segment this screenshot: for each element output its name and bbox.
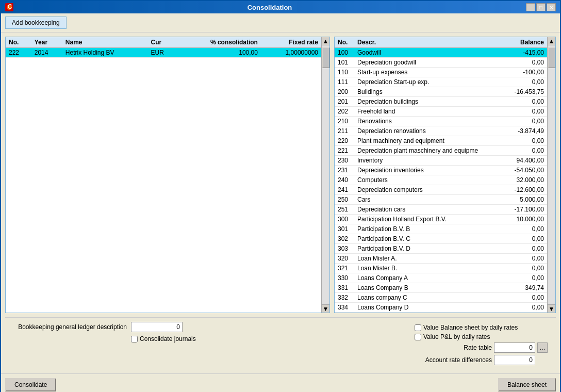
cell-no: 110 — [335, 68, 354, 77]
consolidate-journals-label: Consolidate journals — [140, 335, 196, 342]
cell-balance: 0,00 — [505, 117, 547, 126]
table-row[interactable]: 332Loans company C0,00 — [335, 293, 547, 303]
consolidate-journals-check-row: Consolidate journals — [131, 335, 196, 342]
cell-balance: 0,00 — [505, 58, 547, 68]
table-row[interactable]: 302Participation B.V. C0,00 — [335, 234, 547, 244]
cell-no: 320 — [335, 254, 354, 264]
add-bookkeeping-button[interactable]: Add bookkeeping — [5, 17, 67, 29]
table-row[interactable]: 111Depreciation Start-up exp.0,00 — [335, 77, 547, 87]
cell-no: 330 — [335, 273, 354, 283]
toolbar: Add bookkeeping — [1, 13, 560, 32]
cell-no: 211 — [335, 126, 354, 136]
left-table-scroll-area: No. Year Name Cur % consolidation Fixed … — [6, 37, 329, 313]
cell-balance: -3.874,49 — [505, 126, 547, 136]
value-balance-checkbox[interactable] — [415, 324, 421, 331]
scroll-thumb[interactable] — [548, 47, 555, 68]
cell-no: 301 — [335, 224, 354, 234]
cell-descr: Participation Holland Export B.V. — [354, 215, 505, 224]
cell-balance: 349,74 — [505, 283, 547, 293]
table-row[interactable]: 110Start-up expenses-100,00 — [335, 68, 547, 77]
table-row[interactable]: 211Depreciation renovations-3.874,49 — [335, 126, 547, 136]
cell-no: 331 — [335, 283, 354, 293]
cell-no: 230 — [335, 156, 354, 166]
right-form: Value Balance sheet by daily rates Value… — [415, 322, 548, 365]
scroll-down[interactable]: ▼ — [322, 304, 329, 313]
consolidate-button[interactable]: Consolidate — [5, 378, 56, 391]
account-rate-input[interactable] — [494, 355, 535, 365]
table-row[interactable]: 241Depreciation computers-12.600,00 — [335, 185, 547, 195]
table-row[interactable]: 201Depreciation buildings0,00 — [335, 97, 547, 107]
left-table: No. Year Name Cur % consolidation Fixed … — [6, 37, 321, 58]
right-table-header: No. Descr. Balance — [335, 37, 547, 48]
cell-descr: Participation B.V. C — [354, 234, 505, 244]
rate-table-input[interactable] — [494, 342, 535, 353]
main-window: C Consolidation — □ ✕ Add bookkeeping — [0, 0, 561, 392]
table-row[interactable]: 101Depreciation goodwill0,00 — [335, 58, 547, 68]
table-row[interactable]: 222 2014 Hetrix Holding BV EUR 100,00 1,… — [6, 48, 321, 58]
table-row[interactable]: 100Goodwill-415,00 — [335, 48, 547, 58]
table-row[interactable]: 250Cars5.000,00 — [335, 195, 547, 205]
scroll-thumb[interactable] — [322, 47, 329, 68]
table-row[interactable]: 230Inventory94.400,00 — [335, 156, 547, 166]
cell-no: 101 — [335, 58, 354, 68]
rate-browse-button[interactable]: ... — [537, 342, 548, 353]
table-row[interactable]: 220Plant machinery and equipment0,00 — [335, 136, 547, 146]
scroll-up[interactable]: ▲ — [322, 37, 329, 45]
cell-balance: 0,00 — [505, 146, 547, 156]
cell-no: 303 — [335, 244, 354, 254]
cell-descr: Loans company C — [354, 293, 505, 303]
col-no: No. — [335, 37, 354, 48]
value-pl-row: Value P&L by daily rates — [415, 333, 548, 340]
cell-descr: Goodwill — [354, 48, 505, 58]
cell-no: 221 — [335, 146, 354, 156]
close-button[interactable]: ✕ — [547, 3, 556, 11]
table-row[interactable]: 300Participation Holland Export B.V.10.0… — [335, 215, 547, 224]
consolidate-journals-checkbox[interactable] — [131, 336, 138, 342]
minimize-button[interactable]: — — [526, 3, 535, 11]
col-year: Year — [31, 37, 62, 48]
right-table: No. Descr. Balance 100Goodwill-415,00101… — [335, 37, 547, 313]
table-row[interactable]: 202Freehold land0,00 — [335, 107, 547, 117]
scroll-up[interactable]: ▲ — [548, 37, 555, 45]
table-row[interactable]: 221Depreciation plant maschinery and equ… — [335, 146, 547, 156]
table-row[interactable]: 231Depreciation inventories-54.050,00 — [335, 166, 547, 175]
balance-sheet-button[interactable]: Balance sheet — [498, 378, 556, 391]
svg-text:C: C — [8, 4, 12, 10]
cell-balance: 94.400,00 — [505, 156, 547, 166]
cell-no: 210 — [335, 117, 354, 126]
footer: Consolidate Balance sheet — [1, 373, 560, 392]
cell-descr: Participation B.V. B — [354, 224, 505, 234]
cell-name: Hetrix Holding BV — [62, 48, 148, 58]
table-row[interactable]: 240Computers32.000,00 — [335, 175, 547, 185]
table-row[interactable]: 200Buildings-16.453,75 — [335, 87, 547, 97]
cell-rate: 1,00000000 — [261, 48, 321, 58]
cell-no: 100 — [335, 48, 354, 58]
cell-balance: 0,00 — [505, 254, 547, 264]
right-scrollbar: ▲ ▼ — [547, 37, 555, 313]
cell-no: 332 — [335, 293, 354, 303]
cell-no: 300 — [335, 215, 354, 224]
scroll-down[interactable]: ▼ — [548, 304, 555, 313]
table-row[interactable]: 321Loan Mister B.0,00 — [335, 264, 547, 273]
col-balance: Balance — [505, 37, 547, 48]
gl-desc-input[interactable] — [131, 322, 183, 332]
col-name: Name — [62, 37, 148, 48]
table-row[interactable]: 330Loans Company A0,00 — [335, 273, 547, 283]
table-row[interactable]: 331Loans Company B349,74 — [335, 283, 547, 293]
table-row[interactable]: 334Loans Company D0,00 — [335, 303, 547, 313]
maximize-button[interactable]: □ — [536, 3, 546, 11]
cell-descr: Depreciation plant maschinery and equipm… — [354, 146, 505, 156]
cell-descr: Depreciation goodwill — [354, 58, 505, 68]
cell-no: 240 — [335, 175, 354, 185]
right-table-content: No. Descr. Balance 100Goodwill-415,00101… — [335, 37, 547, 313]
cell-descr: Loan Mister A. — [354, 254, 505, 264]
cell-no: 321 — [335, 264, 354, 273]
table-row[interactable]: 301Participation B.V. B0,00 — [335, 224, 547, 234]
table-row[interactable]: 320Loan Mister A.0,00 — [335, 254, 547, 264]
table-row[interactable]: 303Participation B.V. D0,00 — [335, 244, 547, 254]
account-rate-row: Account rate differences — [415, 355, 548, 365]
value-pl-checkbox[interactable] — [415, 334, 421, 340]
table-row[interactable]: 210Renovations0,00 — [335, 117, 547, 126]
table-row[interactable]: 251Depreciation cars-17.100,00 — [335, 205, 547, 215]
cell-pct: 100,00 — [177, 48, 260, 58]
